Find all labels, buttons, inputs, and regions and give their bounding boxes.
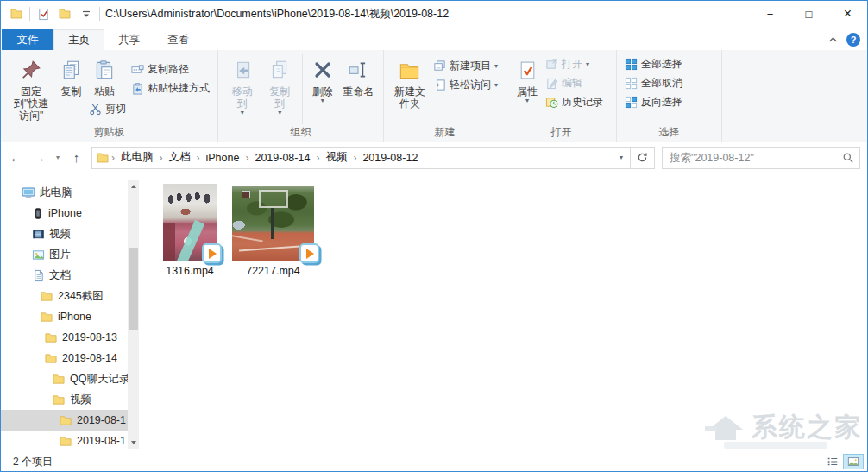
up-button[interactable]: ↑ <box>65 148 88 168</box>
sidebar-item-2019-08-1x[interactable]: 2019-08-1 <box>1 431 139 451</box>
easy-access-button[interactable]: 轻松访问 ▾ <box>431 75 500 94</box>
folder-icon[interactable] <box>8 5 25 22</box>
folder-icon <box>96 151 110 165</box>
group-label-clipboard: 剪贴板 <box>1 125 217 140</box>
thumbnail-view-button[interactable] <box>843 454 864 469</box>
search-box[interactable] <box>662 147 860 169</box>
minimize-button[interactable]: − <box>751 1 789 27</box>
new-item-button[interactable]: 新建项目 ▾ <box>431 56 500 75</box>
new-folder-button[interactable]: 新建文件夹 <box>390 53 430 111</box>
file-name: 72217.mp4 <box>246 265 300 277</box>
group-label-select: 选择 <box>617 125 721 140</box>
scrollbar-thumb[interactable] <box>129 248 138 330</box>
chevron-right-icon: › <box>197 152 200 164</box>
sidebar-item-videos[interactable]: 视频 <box>1 223 139 244</box>
sidebar-item-label: 视频 <box>49 227 71 242</box>
maximize-button[interactable]: □ <box>789 1 828 27</box>
breadcrumb-2019-08-12[interactable]: 2019-08-12 <box>358 152 422 164</box>
folder-icon <box>40 311 53 324</box>
navigation-pane: 此电脑 iPhone 视频 图片 文档 2345截图 <box>1 173 139 452</box>
collapse-ribbon-icon[interactable] <box>828 36 838 43</box>
help-icon[interactable]: ? <box>846 33 860 47</box>
paste-shortcut-label: 粘贴快捷方式 <box>148 81 210 96</box>
pin-to-quick-access-button[interactable]: 固定到"快速访问" <box>7 53 55 123</box>
customize-toolbar-icon[interactable] <box>78 5 95 22</box>
search-icon[interactable] <box>842 152 854 164</box>
recent-locations-icon[interactable]: ▾ <box>51 148 65 168</box>
scroll-down-icon[interactable] <box>128 437 139 449</box>
divider <box>99 7 100 21</box>
dropdown-icon: ▾ <box>494 62 498 70</box>
breadcrumb-this-pc[interactable]: 此电脑 <box>116 150 158 165</box>
sidebar-item-iphone-device[interactable]: iPhone <box>1 203 139 223</box>
properties-quick-icon[interactable] <box>35 5 52 22</box>
ribbon-group-clipboard: 固定到"快速访问" 复制 粘贴 剪切 <box>1 50 218 142</box>
chevron-right-icon: › <box>160 152 163 164</box>
play-overlay-icon <box>202 243 222 263</box>
copy-to-label: 复制到 <box>264 85 294 110</box>
title-bar: C:\Users\Administrator\Documents\iPhone\… <box>1 1 867 27</box>
folder-icon <box>40 290 53 303</box>
breadcrumb-documents[interactable]: 文档 <box>165 150 195 165</box>
close-button[interactable]: × <box>828 1 867 27</box>
sidebar-item-2019-08-14[interactable]: 2019-08-14 <box>1 348 139 368</box>
file-item-1316[interactable]: 1316.mp4 <box>163 182 217 277</box>
sidebar-item-pictures[interactable]: 图片 <box>1 244 139 265</box>
dropdown-icon: ▾ <box>278 110 281 116</box>
tab-file[interactable]: 文件 <box>2 29 53 50</box>
edit-button[interactable]: 编辑 <box>543 73 606 92</box>
tab-share[interactable]: 共享 <box>104 29 154 50</box>
address-dropdown-icon[interactable]: ▾ <box>616 154 626 161</box>
copy-path-button[interactable]: 复制路径 <box>129 60 212 79</box>
sidebar-item-2345-screenshots[interactable]: 2345截图 <box>1 286 139 306</box>
scroll-up-icon[interactable] <box>128 180 139 192</box>
paste-icon <box>93 54 116 85</box>
properties-label: 属性 <box>517 85 538 98</box>
forward-button[interactable]: → <box>28 148 51 168</box>
new-folder-icon <box>398 54 421 85</box>
cut-button[interactable]: 剪切 <box>86 99 129 118</box>
sidebar-item-2019-08-12-selected[interactable]: 2019-08-1 <box>1 410 139 431</box>
invert-selection-button[interactable]: 反向选择 <box>622 92 685 111</box>
tab-home[interactable]: 主页 <box>53 29 104 50</box>
copy-to-button[interactable]: 复制到 ▾ <box>261 53 297 118</box>
refresh-button[interactable] <box>631 147 655 169</box>
sidebar-item-videos-folder[interactable]: 视频 <box>1 389 139 410</box>
rename-button[interactable]: 重命名 <box>340 53 377 99</box>
new-item-label: 新建项目 <box>450 59 491 73</box>
file-item-72217[interactable]: 72217.mp4 <box>232 182 314 277</box>
copy-button[interactable]: 复制 <box>57 53 85 99</box>
properties-button[interactable]: 属性 ▾ <box>513 53 542 106</box>
sidebar-item-label: 2019-08-1 <box>77 435 126 447</box>
history-button[interactable]: 历史记录 <box>543 92 606 111</box>
new-folder-quick-icon[interactable] <box>56 5 73 22</box>
chevron-right-icon: › <box>353 152 356 164</box>
details-view-button[interactable] <box>822 454 843 469</box>
sidebar-item-label: 图片 <box>49 248 71 262</box>
breadcrumb-videos[interactable]: 视频 <box>321 150 351 165</box>
paste-shortcut-button[interactable]: 粘贴快捷方式 <box>129 79 212 98</box>
move-to-button[interactable]: 移动到 ▾ <box>224 53 260 118</box>
paste-button[interactable]: 粘贴 <box>87 53 122 99</box>
select-all-button[interactable]: 全部选择 <box>622 54 685 73</box>
open-button[interactable]: 打开 ▾ <box>543 54 606 73</box>
folder-icon <box>52 373 66 386</box>
search-input[interactable] <box>663 148 859 168</box>
thumbnail-view-icon <box>847 456 859 468</box>
tab-view[interactable]: 查看 <box>154 29 203 50</box>
select-none-button[interactable]: 全部取消 <box>622 73 685 92</box>
sidebar-item-documents[interactable]: 文档 <box>1 265 139 286</box>
breadcrumb-2019-08-14[interactable]: 2019-08-14 <box>250 152 314 164</box>
delete-button[interactable]: 删除 ▾ <box>307 53 338 106</box>
sidebar-item-this-pc[interactable]: 此电脑 <box>1 182 139 203</box>
sidebar-scrollbar[interactable] <box>128 180 139 449</box>
sidebar-item-2019-08-13[interactable]: 2019-08-13 <box>1 327 139 348</box>
play-overlay-icon <box>299 243 319 263</box>
explorer-window: C:\Users\Administrator\Documents\iPhone\… <box>0 0 868 472</box>
breadcrumb[interactable]: › 此电脑 › 文档 › iPhone › 2019-08-14 › 视频 › … <box>91 147 631 169</box>
sidebar-item-qq-chat[interactable]: QQ聊天记录 <box>1 368 139 389</box>
sidebar-item-iphone-folder[interactable]: iPhone <box>1 306 139 327</box>
breadcrumb-iphone[interactable]: iPhone <box>202 152 244 164</box>
dropdown-icon: ▾ <box>586 60 589 68</box>
back-button[interactable]: ← <box>4 148 28 168</box>
